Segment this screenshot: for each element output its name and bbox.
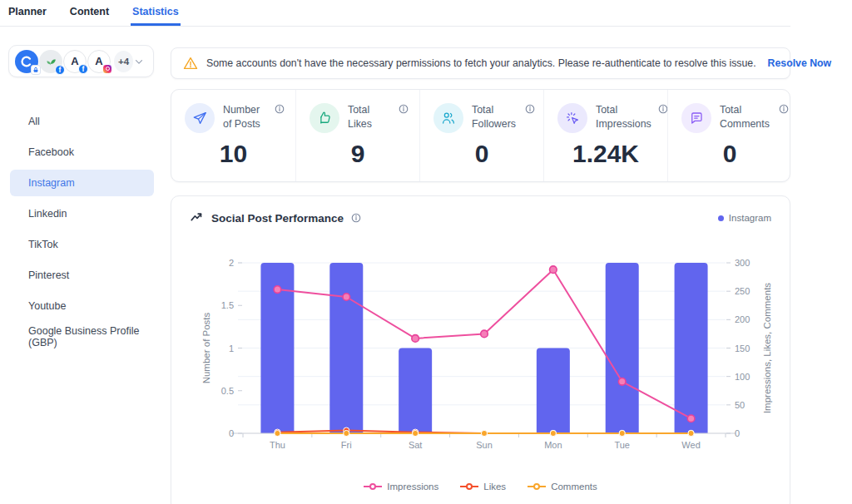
svg-text:1.5: 1.5 xyxy=(221,300,234,310)
chevron-down-icon[interactable] xyxy=(133,56,145,67)
svg-text:Sat: Sat xyxy=(409,440,423,450)
legend-item-likes[interactable]: Likes xyxy=(460,482,506,492)
sidebar-item-youtube[interactable]: Youtube xyxy=(10,293,154,319)
warning-icon xyxy=(183,56,198,71)
info-icon[interactable] xyxy=(274,103,285,115)
chart-legend-bottom: Impressions Likes Comments xyxy=(171,482,790,492)
stat-label: Total Comments xyxy=(720,103,770,132)
sidebar-item-google-business-profile-gbp-[interactable]: Google Business Profile (GBP) xyxy=(10,324,154,350)
legend-label: Comments xyxy=(551,482,597,492)
svg-text:300: 300 xyxy=(735,258,750,268)
summary-stats-card: Number of Posts 10 Total Likes 9 Total F… xyxy=(171,89,790,182)
warning-message: Some accounts don't have the necessary p… xyxy=(206,57,756,69)
tab-content[interactable]: Content xyxy=(68,0,111,26)
sidebar-item-all[interactable]: All xyxy=(10,108,154,135)
social-post-performance-card: Social Post Performance Instagram 00.511… xyxy=(171,195,790,504)
paper-plane-icon xyxy=(185,103,215,133)
stat-value: 0 xyxy=(668,140,791,168)
stat-total-likes: Total Likes 9 xyxy=(295,90,419,181)
account-avatar[interactable] xyxy=(15,50,38,73)
instagram-legend-label: Instagram xyxy=(729,213,771,223)
sidebar-item-facebook[interactable]: Facebook xyxy=(10,139,154,166)
svg-text:Sun: Sun xyxy=(476,440,493,450)
legend-line-icon xyxy=(364,482,382,491)
legend-label: Impressions xyxy=(387,482,438,492)
instagram-badge-icon xyxy=(102,64,112,74)
svg-text:Number of Posts: Number of Posts xyxy=(201,312,211,383)
chart-header: Social Post Performance Instagram xyxy=(171,196,790,225)
account-avatar[interactable]: f xyxy=(39,50,62,73)
stat-header: Total Likes xyxy=(296,103,419,133)
chart-title: Social Post Performance xyxy=(211,212,344,225)
info-icon[interactable] xyxy=(350,212,362,224)
sidebar-item-pinterest[interactable]: Pinterest xyxy=(10,262,154,289)
stat-value: 9 xyxy=(296,140,419,168)
svg-text:100: 100 xyxy=(735,372,750,382)
svg-text:0: 0 xyxy=(229,428,234,438)
stat-total-comments: Total Comments 0 xyxy=(667,90,791,181)
svg-text:Mon: Mon xyxy=(544,440,562,450)
sidebar-item-linkedin[interactable]: Linkedin xyxy=(10,200,154,227)
svg-text:200: 200 xyxy=(735,314,750,324)
thumbs-up-icon xyxy=(310,103,339,133)
svg-text:250: 250 xyxy=(735,286,750,296)
svg-text:1: 1 xyxy=(229,343,234,353)
top-tabs: PlannerContentStatistics xyxy=(0,0,790,27)
svg-text:Thu: Thu xyxy=(270,440,285,450)
stat-value: 10 xyxy=(171,140,295,168)
impressions-icon xyxy=(557,103,587,133)
account-overflow-count[interactable]: +4 xyxy=(114,51,133,72)
tab-planner[interactable]: Planner xyxy=(7,0,48,26)
account-avatar[interactable]: A xyxy=(87,50,111,73)
sidebar-item-instagram[interactable]: Instagram xyxy=(10,170,154,196)
legend-line-icon xyxy=(528,482,546,491)
legend-item-impressions[interactable]: Impressions xyxy=(364,482,438,492)
resolve-now-link[interactable]: Resolve Now xyxy=(768,57,832,69)
svg-text:150: 150 xyxy=(735,343,750,353)
legend-item-comments[interactable]: Comments xyxy=(528,482,597,492)
stat-header: Total Followers xyxy=(420,103,543,133)
stat-value: 0 xyxy=(420,140,543,168)
permissions-warning-banner: Some accounts don't have the necessary p… xyxy=(171,47,790,79)
app-page: PlannerContentStatistics fAfA +4 AllFace… xyxy=(0,0,852,504)
stat-label: Number of Posts xyxy=(223,103,265,132)
tab-statistics[interactable]: Statistics xyxy=(131,0,181,26)
account-selector[interactable]: fAfA +4 xyxy=(8,45,154,77)
stat-header: Total Comments xyxy=(668,103,791,133)
stat-header: Total Impressions xyxy=(544,103,667,133)
account-avatars: fAfA xyxy=(15,50,111,73)
trend-up-icon xyxy=(190,210,205,225)
performance-chart: 00.511.52050100150200250300ThuFriSatSunM… xyxy=(195,254,777,462)
svg-text:2: 2 xyxy=(229,258,234,268)
svg-text:Impressions, Likes, Comments: Impressions, Likes, Comments xyxy=(762,283,772,413)
legend-line-icon xyxy=(460,482,478,491)
stat-total-impressions: Total Impressions 1.24K xyxy=(543,90,667,181)
info-icon[interactable] xyxy=(398,103,409,115)
info-icon[interactable] xyxy=(524,103,536,115)
svg-text:Fri: Fri xyxy=(341,440,352,450)
svg-text:Tue: Tue xyxy=(614,440,630,450)
comments-icon xyxy=(681,103,711,133)
info-icon[interactable] xyxy=(778,103,790,115)
followers-icon xyxy=(433,103,463,133)
stat-header: Number of Posts xyxy=(171,103,295,133)
chart-legend-top: Instagram xyxy=(718,213,771,223)
svg-text:0: 0 xyxy=(735,428,740,438)
stat-total-followers: Total Followers 0 xyxy=(419,90,543,181)
facebook-badge-icon: f xyxy=(78,64,88,74)
instagram-legend-dot xyxy=(718,215,724,221)
svg-text:50: 50 xyxy=(735,400,745,410)
stat-label: Total Impressions xyxy=(596,103,649,132)
svg-text:0.5: 0.5 xyxy=(221,386,234,396)
stat-label: Total Likes xyxy=(348,103,389,132)
svg-text:Wed: Wed xyxy=(681,440,700,450)
stat-value: 1.24K xyxy=(544,140,667,168)
network-sidebar: AllFacebookInstagramLinkedinTikTokPinter… xyxy=(10,108,154,354)
stat-label: Total Followers xyxy=(472,103,516,132)
stat-number-of-posts: Number of Posts 10 xyxy=(171,90,295,181)
legend-label: Likes xyxy=(483,482,506,492)
sidebar-item-tiktok[interactable]: TikTok xyxy=(10,231,154,258)
account-avatar[interactable]: Af xyxy=(63,50,87,73)
